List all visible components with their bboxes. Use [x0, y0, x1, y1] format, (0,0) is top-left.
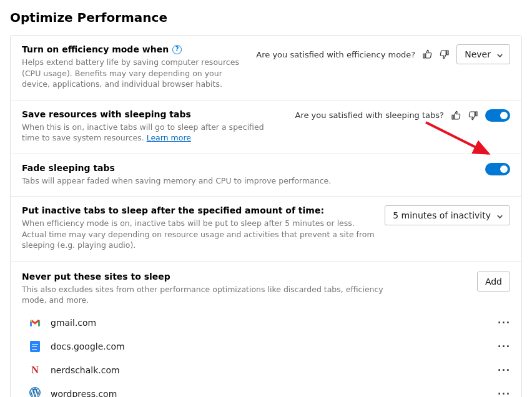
page-title: Optimize Performance — [10, 10, 522, 25]
never-sleep-title: Never put these sites to sleep — [22, 272, 170, 282]
inactive-section: Put inactive tabs to sleep after the spe… — [11, 197, 521, 262]
sleeping-tabs-title: Save resources with sleeping tabs — [22, 109, 191, 119]
site-name: nerdschalk.com — [51, 365, 488, 375]
efficiency-feedback-question: Are you satisfied with efficiency mode? — [256, 50, 415, 59]
performance-panel: Turn on efficiency mode when ? Helps ext… — [10, 35, 522, 397]
sleeping-tabs-desc: When this is on, inactive tabs will go t… — [22, 122, 272, 144]
efficiency-section: Turn on efficiency mode when ? Helps ext… — [11, 36, 521, 100]
nerds-favicon: N — [29, 365, 41, 376]
help-icon[interactable]: ? — [172, 45, 182, 54]
sleeping-tabs-toggle[interactable] — [485, 109, 510, 122]
site-row: Nnerdschalk.com··· — [11, 358, 521, 382]
inactive-desc: When efficiency mode is on, inactive tab… — [22, 218, 377, 251]
site-name: wordpress.com — [51, 389, 488, 398]
sleeping-tabs-feedback-question: Are you satisfied with sleeping tabs? — [295, 110, 444, 120]
site-name: docs.google.com — [51, 341, 488, 351]
docs-favicon — [29, 341, 41, 352]
thumbs-up-icon[interactable] — [421, 49, 433, 60]
gmail-favicon — [29, 317, 41, 328]
site-name: gmail.com — [51, 318, 488, 328]
sites-list: gmail.com···docs.google.com···Nnerdschal… — [11, 311, 521, 398]
add-site-button[interactable]: Add — [477, 272, 510, 292]
site-row: wordpress.com··· — [11, 382, 521, 398]
site-row: docs.google.com··· — [11, 335, 521, 358]
never-sleep-section: Never put these sites to sleep This also… — [11, 262, 521, 398]
fade-desc: Tabs will appear faded when saving memor… — [22, 175, 397, 187]
more-options-button[interactable]: ··· — [498, 318, 510, 328]
more-options-button[interactable]: ··· — [498, 365, 510, 375]
wordpress-favicon — [29, 388, 41, 398]
thumbs-up-icon[interactable] — [450, 110, 461, 121]
fade-toggle[interactable] — [485, 163, 510, 175]
never-sleep-desc: This also excludes sites from other perf… — [22, 284, 397, 306]
site-row: gmail.com··· — [11, 311, 521, 335]
learn-more-link[interactable]: Learn more — [147, 133, 191, 142]
thumbs-down-icon[interactable] — [468, 110, 479, 121]
more-options-button[interactable]: ··· — [498, 341, 510, 351]
efficiency-mode-select[interactable]: Never — [456, 44, 510, 64]
chevron-down-icon — [496, 51, 503, 58]
inactive-time-select[interactable]: 5 minutes of inactivity — [385, 205, 510, 225]
inactive-title: Put inactive tabs to sleep after the spe… — [22, 205, 324, 215]
more-options-button[interactable]: ··· — [498, 389, 510, 398]
efficiency-title: Turn on efficiency mode when ? — [22, 44, 182, 54]
fade-title: Fade sleeping tabs — [22, 163, 115, 173]
thumbs-down-icon[interactable] — [439, 49, 450, 60]
chevron-down-icon — [496, 212, 503, 219]
efficiency-desc: Helps extend battery life by saving comp… — [22, 57, 249, 90]
sleeping-tabs-section: Save resources with sleeping tabs When t… — [11, 100, 521, 154]
fade-section: Fade sleeping tabs Tabs will appear fade… — [11, 154, 521, 197]
